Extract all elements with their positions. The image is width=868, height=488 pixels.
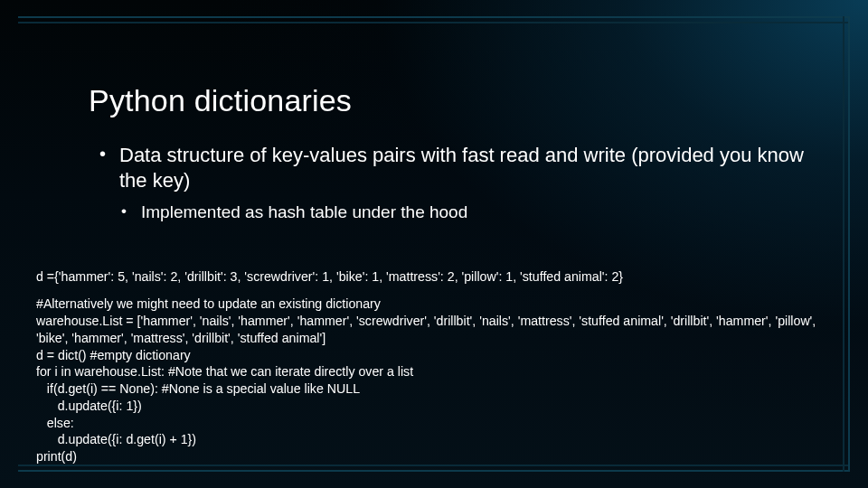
code-line: d.update({i: 1}) [36,399,142,413]
code-line: d.update({i: d.get(i) + 1}) [36,432,196,446]
code-block: d ={'hammer': 5, 'nails': 2, 'drillbit':… [36,251,832,465]
code-line: else: [36,416,74,430]
frame-bottom [18,470,850,472]
code-line: print(d) [36,449,77,464]
code-line: warehouse.List = ['hammer', 'nails', 'ha… [36,314,819,345]
frame-top [18,16,850,18]
bullet-level2: Implemented as hash table under the hood [121,202,814,224]
slide-title: Python dictionaries [89,83,352,118]
slide: Python dictionaries Data structure of ke… [0,0,868,488]
frame-right-inner [843,16,844,472]
code-line: d ={'hammer': 5, 'nails': 2, 'drillbit':… [36,269,623,284]
code-line: for i in warehouse.List: #Note that we c… [36,364,413,379]
bullet-level1: Data structure of key-values pairs with … [99,143,814,192]
code-line: d = dict() #empty dictionary [36,348,191,362]
code-line: if(d.get(i) == None): #None is a special… [36,381,360,396]
bullet-list: Data structure of key-values pairs with … [99,143,814,224]
frame-top-inner [18,22,850,23]
code-line: #Alternatively we might need to update a… [36,296,381,311]
frame-right [848,16,850,472]
